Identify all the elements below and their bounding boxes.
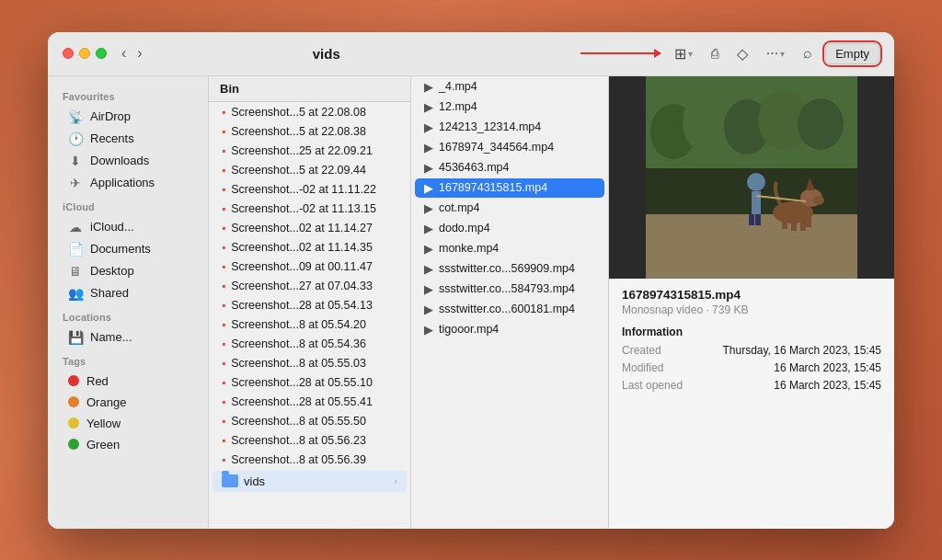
favourites-label: Favourites bbox=[48, 84, 208, 106]
view-grid-icon: ⊞ bbox=[674, 45, 686, 63]
screenshot-icon: ▪ bbox=[222, 434, 225, 447]
shared-label: Shared bbox=[90, 286, 129, 300]
list-item[interactable]: ▪ Screenshot...8 at 05.55.50 bbox=[213, 412, 407, 430]
sidebar-item-tag-green[interactable]: Green bbox=[53, 434, 202, 455]
list-item[interactable]: ▶ ssstwitter.co...600181.mp4 bbox=[415, 300, 604, 319]
list-item[interactable]: ▶ cot.mp4 bbox=[415, 199, 604, 218]
sidebar-item-tag-yellow[interactable]: Yellow bbox=[53, 413, 202, 434]
sidebar-item-downloads[interactable]: ⬇ Downloads bbox=[53, 150, 202, 172]
view-toggle-button[interactable]: ⊞ ▾ bbox=[669, 41, 698, 66]
vids-folder-item[interactable]: vids › bbox=[213, 471, 407, 492]
file-name: Screenshot...8 at 05.56.23 bbox=[231, 434, 366, 447]
list-item[interactable]: ▪ Screenshot...28 at 05.55.10 bbox=[213, 373, 407, 392]
screenshot-icon: ▪ bbox=[222, 299, 225, 312]
share-button[interactable]: ⎙ bbox=[706, 42, 724, 64]
screenshot-icon: ▪ bbox=[222, 337, 225, 350]
recents-icon: 🕐 bbox=[68, 131, 83, 146]
list-item[interactable]: ▪ Screenshot...8 at 05.56.23 bbox=[213, 431, 407, 450]
list-item[interactable]: ▪ Screenshot...5 at 22.08.08 bbox=[213, 103, 407, 121]
sidebar-item-airdrop[interactable]: 📡 AirDrop bbox=[53, 106, 202, 128]
toolbar-right: ⊞ ▾ ⎙ ◇ ··· ▾ ⌕ Empty bbox=[580, 41, 879, 66]
list-item[interactable]: ▪ Screenshot...09 at 00.11.47 bbox=[213, 257, 407, 276]
list-item[interactable]: ▪ Screenshot...25 at 22.09.21 bbox=[213, 142, 407, 160]
last-opened-label: Last opened bbox=[622, 379, 683, 392]
svg-rect-16 bbox=[806, 212, 811, 227]
empty-trash-button[interactable]: Empty bbox=[825, 43, 879, 64]
file-name: Screenshot...5 at 22.09.44 bbox=[231, 164, 366, 177]
sidebar: Favourites 📡 AirDrop 🕐 Recents ⬇ Downloa… bbox=[48, 76, 209, 529]
sidebar-item-tag-red[interactable]: Red bbox=[53, 371, 202, 392]
vids-column: ▶ _4.mp4 ▶ 12.mp4 ▶ 124213_12314.mp4 ▶ 1… bbox=[411, 76, 609, 529]
more-button[interactable]: ··· ▾ bbox=[761, 41, 790, 65]
list-item[interactable]: ▪ Screenshot...-02 at 11.11.22 bbox=[213, 180, 407, 199]
sidebar-item-tag-orange[interactable]: Orange bbox=[53, 392, 202, 413]
preview-subtitle: Monosnap video · 739 KB bbox=[622, 303, 881, 316]
yellow-tag-dot bbox=[68, 417, 79, 429]
tag-button[interactable]: ◇ bbox=[731, 41, 753, 66]
list-item[interactable]: ▶ 124213_12314.mp4 bbox=[415, 118, 604, 137]
file-name: ssstwitter.co...569909.mp4 bbox=[439, 262, 575, 275]
close-button[interactable] bbox=[63, 48, 74, 59]
list-item[interactable]: ▶ tigooor.mp4 bbox=[415, 320, 604, 339]
svg-rect-15 bbox=[800, 214, 806, 231]
file-name: Screenshot...02 at 11.14.27 bbox=[231, 222, 373, 234]
file-name: Screenshot...28 at 05.55.10 bbox=[231, 376, 373, 389]
sidebar-item-applications[interactable]: ✈ Applications bbox=[53, 172, 202, 194]
file-name: 124213_12314.mp4 bbox=[439, 120, 541, 133]
list-item[interactable]: ▶ monke.mp4 bbox=[415, 239, 604, 258]
screenshot-icon: ▪ bbox=[222, 357, 225, 370]
sidebar-item-shared[interactable]: 👥 Shared bbox=[53, 282, 202, 304]
screenshot-icon: ▪ bbox=[222, 280, 225, 292]
sidebar-item-recents[interactable]: 🕐 Recents bbox=[53, 128, 202, 150]
list-item[interactable]: ▶ ssstwitter.co...584793.mp4 bbox=[415, 280, 604, 299]
preview-created-row: Created Thursday, 16 March 2023, 15:45 bbox=[622, 344, 881, 357]
video-icon: ▶ bbox=[424, 80, 433, 94]
file-name: Screenshot...09 at 00.11.47 bbox=[231, 260, 373, 273]
screenshot-icon: ▪ bbox=[222, 395, 225, 408]
list-item[interactable]: ▪ Screenshot...5 at 22.09.44 bbox=[213, 161, 407, 179]
list-item[interactable]: ▪ Screenshot...02 at 11.14.27 bbox=[213, 219, 407, 237]
search-button[interactable]: ⌕ bbox=[798, 41, 818, 65]
selected-file-item[interactable]: ▶ 1678974315815.mp4 bbox=[415, 178, 604, 198]
sidebar-item-name[interactable]: 💾 Name... bbox=[53, 326, 202, 349]
list-item[interactable]: ▪ Screenshot...8 at 05.56.39 bbox=[213, 451, 407, 469]
sidebar-item-icloud[interactable]: ☁ iCloud... bbox=[53, 216, 202, 238]
red-tag-label: Red bbox=[86, 374, 109, 388]
list-item[interactable]: ▶ 12.mp4 bbox=[415, 97, 604, 117]
list-item[interactable]: ▶ 1678974_344564.mp4 bbox=[415, 138, 604, 157]
list-item[interactable]: ▪ Screenshot...8 at 05.54.20 bbox=[213, 315, 407, 334]
video-icon: ▶ bbox=[424, 242, 433, 256]
svg-point-18 bbox=[813, 196, 824, 205]
list-item[interactable]: ▪ Screenshot...28 at 05.55.41 bbox=[213, 393, 407, 411]
preview-opened-row: Last opened 16 March 2023, 15:45 bbox=[622, 379, 881, 392]
file-name: 1678974_344564.mp4 bbox=[439, 141, 554, 154]
file-name: Screenshot...28 at 05.55.41 bbox=[231, 395, 373, 408]
screenshot-icon: ▪ bbox=[222, 183, 225, 196]
recents-label: Recents bbox=[90, 131, 134, 145]
list-item[interactable]: ▪ Screenshot...-02 at 11.13.15 bbox=[213, 200, 407, 218]
list-item[interactable]: ▶ ssstwitter.co...569909.mp4 bbox=[415, 259, 604, 279]
list-item[interactable]: ▶ 4536463.mp4 bbox=[415, 158, 604, 177]
screenshot-icon: ▪ bbox=[222, 415, 225, 428]
view-chevron-icon: ▾ bbox=[688, 49, 693, 59]
list-item[interactable]: ▪ Screenshot...5 at 22.08.38 bbox=[213, 122, 407, 141]
sidebar-item-desktop[interactable]: 🖥 Desktop bbox=[53, 260, 202, 282]
red-tag-dot bbox=[68, 375, 79, 386]
list-item[interactable]: ▪ Screenshot...28 at 05.54.13 bbox=[213, 296, 407, 314]
svg-rect-13 bbox=[782, 212, 787, 229]
list-item[interactable]: ▪ Screenshot...27 at 07.04.33 bbox=[213, 277, 407, 295]
list-item[interactable]: ▶ _4.mp4 bbox=[415, 77, 604, 97]
file-name: Screenshot...8 at 05.55.03 bbox=[231, 357, 366, 370]
list-item[interactable]: ▪ Screenshot...8 at 05.55.03 bbox=[213, 354, 407, 372]
list-item[interactable]: ▪ Screenshot...02 at 11.14.35 bbox=[213, 238, 407, 257]
list-item[interactable]: ▶ dodo.mp4 bbox=[415, 219, 604, 238]
created-label: Created bbox=[622, 344, 661, 357]
list-item[interactable]: ▪ Screenshot...8 at 05.54.36 bbox=[213, 335, 407, 353]
shared-icon: 👥 bbox=[68, 286, 83, 301]
sidebar-item-documents[interactable]: 📄 Documents bbox=[53, 238, 202, 260]
video-icon: ▶ bbox=[424, 282, 433, 296]
preview-image-container bbox=[609, 76, 894, 279]
svg-rect-10 bbox=[749, 214, 754, 225]
screenshot-icon: ▪ bbox=[222, 318, 225, 331]
share-icon: ⎙ bbox=[711, 46, 718, 61]
